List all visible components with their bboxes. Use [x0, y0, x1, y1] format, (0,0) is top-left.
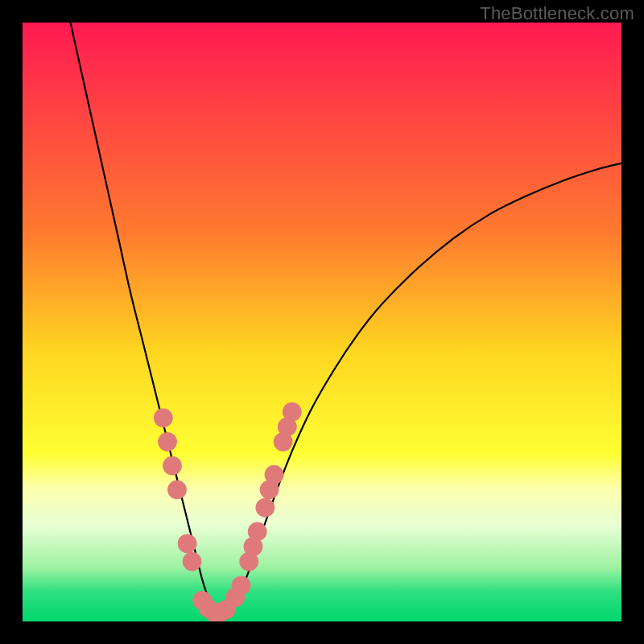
watermark-text: TheBottleneck.com	[480, 3, 634, 24]
chart-svg	[23, 23, 621, 621]
marker-dot	[163, 456, 182, 476]
marker-dot	[283, 402, 302, 422]
marker-dot	[232, 576, 251, 595]
marker-dot	[154, 408, 173, 427]
marker-dot	[255, 498, 275, 518]
marker-dot	[178, 534, 197, 553]
marker-dot	[183, 552, 202, 572]
gradient-background	[23, 23, 621, 621]
chart-frame: TheBottleneck.com	[0, 0, 644, 644]
marker-dot	[158, 432, 177, 452]
marker-dot	[265, 465, 284, 485]
plot-area	[23, 23, 621, 621]
marker-dot	[167, 480, 187, 499]
marker-dot	[248, 522, 267, 542]
